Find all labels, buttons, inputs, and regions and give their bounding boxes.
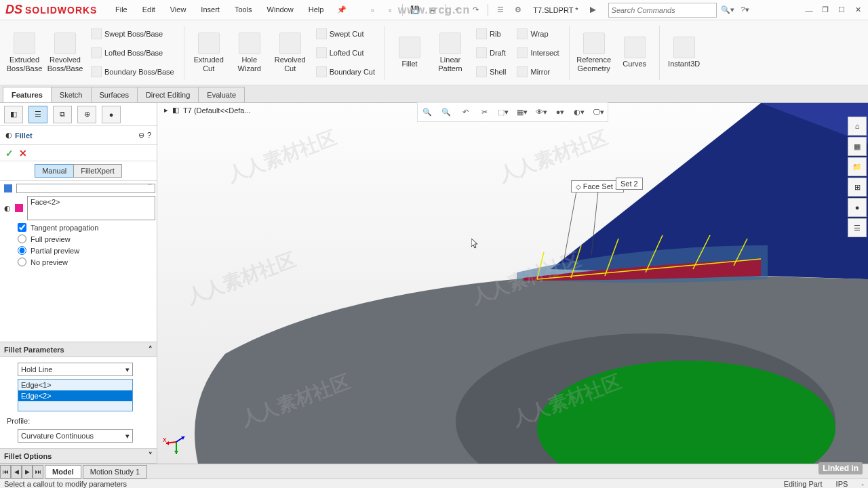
swept-boss-button[interactable]: Swept Boss/Base bbox=[87, 25, 178, 43]
scroll-up-icon[interactable]: ⌃ bbox=[147, 182, 153, 190]
dimxpert-tab-icon[interactable]: ⊕ bbox=[77, 106, 96, 123]
axis-triad[interactable]: x bbox=[163, 428, 190, 455]
close-icon[interactable]: ✕ bbox=[850, 3, 865, 18]
reference-geometry-button[interactable]: Reference Geometry bbox=[575, 26, 613, 80]
view-palette-icon[interactable]: ⊞ bbox=[848, 178, 867, 197]
graphics-viewport[interactable]: ▸ ◧ T7 (Default<<Defa... 🔍 🔍 ↶ ✂ ⬚▾ ▦▾ 👁… bbox=[157, 103, 868, 464]
edge-item-selected[interactable]: Edge<2> bbox=[18, 390, 132, 401]
menu-insert[interactable]: Insert bbox=[194, 3, 226, 17]
curves-button[interactable]: Curves bbox=[616, 26, 654, 80]
search-input[interactable] bbox=[609, 6, 716, 14]
method-dropdown[interactable]: Hold Line▾ bbox=[18, 363, 133, 376]
profile-dropdown[interactable]: Curvature Continuous▾ bbox=[18, 429, 133, 443]
open-doc-icon[interactable]: ▫ bbox=[383, 3, 397, 17]
face-set1-input[interactable] bbox=[16, 184, 155, 193]
partial-preview-radio[interactable] bbox=[18, 246, 26, 255]
pin-icon[interactable]: 📌 bbox=[332, 3, 352, 17]
last-tab-icon[interactable]: ⏭ bbox=[33, 465, 43, 479]
menu-window[interactable]: Window bbox=[260, 3, 300, 17]
shell-button[interactable]: Shell bbox=[472, 63, 510, 81]
prev-tab-icon[interactable]: ◀ bbox=[11, 465, 22, 479]
revolved-boss-button[interactable]: Revolved Boss/Base bbox=[46, 26, 84, 80]
menu-help[interactable]: Help bbox=[302, 3, 331, 17]
fillet-button[interactable]: Fillet bbox=[391, 26, 429, 80]
tangent-propagation-checkbox[interactable] bbox=[18, 223, 26, 232]
configuration-tab-icon[interactable]: ⧉ bbox=[53, 106, 72, 123]
settings-gear-icon[interactable]: ⚙ bbox=[511, 3, 525, 17]
face-selection-input[interactable]: Face<2> bbox=[27, 196, 155, 220]
tab-direct-editing[interactable]: Direct Editing bbox=[137, 87, 199, 102]
menu-edit[interactable]: Edit bbox=[136, 3, 162, 17]
motion-study-tab[interactable]: Motion Study 1 bbox=[83, 465, 147, 479]
hole-wizard-button[interactable]: Hole Wizard bbox=[231, 26, 269, 80]
new-doc-icon[interactable]: ▫ bbox=[366, 3, 379, 17]
ok-button[interactable]: ✓ bbox=[5, 148, 14, 159]
menu-view[interactable]: View bbox=[163, 3, 193, 17]
tangent-propagation-row[interactable]: Tangent propagation bbox=[4, 223, 155, 232]
tab-sketch[interactable]: Sketch bbox=[51, 87, 92, 102]
no-preview-radio[interactable] bbox=[18, 258, 26, 266]
boundary-cut-button[interactable]: Boundary Cut bbox=[312, 63, 379, 81]
appearance-tab-icon[interactable]: ● bbox=[102, 106, 121, 123]
swept-cut-button[interactable]: Swept Cut bbox=[312, 25, 379, 43]
undo-icon[interactable]: ↶ bbox=[451, 3, 465, 17]
panel-tab-strip: ◧ ☰ ⧉ ⊕ ● bbox=[0, 103, 157, 126]
model-tab[interactable]: Model bbox=[45, 465, 81, 479]
draft-button[interactable]: Draft bbox=[472, 44, 510, 62]
help-pin-icon[interactable]: ⊖ bbox=[138, 131, 144, 140]
status-units[interactable]: IPS bbox=[836, 480, 848, 488]
intersect-button[interactable]: Intersect bbox=[513, 44, 563, 62]
help-icon[interactable]: ?▾ bbox=[738, 3, 752, 17]
lofted-boss-button[interactable]: Lofted Boss/Base bbox=[87, 44, 178, 62]
property-manager-tab-icon[interactable]: ☰ bbox=[28, 106, 47, 123]
edge-item-empty[interactable] bbox=[18, 401, 132, 411]
feature-tree-tab-icon[interactable]: ◧ bbox=[4, 106, 23, 123]
next-tab-icon[interactable]: ▶ bbox=[22, 465, 33, 479]
document-name: T7.SLDPRT * bbox=[529, 6, 582, 14]
minimize-icon[interactable]: — bbox=[802, 3, 816, 18]
wrap-button[interactable]: Wrap bbox=[513, 25, 563, 43]
resources-icon[interactable]: ▦ bbox=[848, 137, 867, 156]
instant3d-button[interactable]: Instant3D bbox=[665, 26, 703, 80]
maximize-icon[interactable]: ☐ bbox=[834, 3, 849, 18]
save-icon[interactable]: 💾 bbox=[408, 3, 422, 17]
rib-button[interactable]: Rib bbox=[472, 25, 510, 43]
search-commands-box[interactable] bbox=[608, 3, 717, 18]
partial-preview-row[interactable]: Partial preview bbox=[4, 246, 155, 255]
no-preview-row[interactable]: No preview bbox=[4, 258, 155, 266]
edge-list[interactable]: Edge<1> Edge<2> bbox=[18, 379, 133, 411]
restore-icon[interactable]: ❐ bbox=[818, 3, 833, 18]
tab-surfaces[interactable]: Surfaces bbox=[91, 87, 138, 102]
callout-face-set-2[interactable]: Set 2 bbox=[616, 178, 643, 190]
print-icon[interactable]: 🖨 bbox=[426, 3, 439, 17]
manual-tab[interactable]: Manual bbox=[35, 164, 73, 178]
redo-icon[interactable]: ↷ bbox=[469, 3, 482, 17]
fillet-options-header[interactable]: Fillet Options˅ bbox=[0, 448, 157, 464]
full-preview-row[interactable]: Full preview bbox=[4, 235, 155, 243]
linear-pattern-button[interactable]: Linear Pattern bbox=[431, 26, 469, 80]
tab-evaluate[interactable]: Evaluate bbox=[198, 87, 245, 102]
cancel-button[interactable]: ✕ bbox=[19, 148, 27, 159]
extruded-boss-button[interactable]: Extruded Boss/Base bbox=[5, 26, 43, 80]
help-icon[interactable]: ? bbox=[147, 131, 151, 140]
full-preview-radio[interactable] bbox=[18, 235, 26, 243]
edge-item[interactable]: Edge<1> bbox=[18, 380, 132, 390]
home-icon[interactable]: ⌂ bbox=[848, 117, 867, 136]
options-icon[interactable]: ☰ bbox=[494, 3, 507, 17]
appearances-icon[interactable]: ● bbox=[848, 198, 867, 217]
first-tab-icon[interactable]: ⏮ bbox=[0, 465, 11, 479]
lofted-cut-button[interactable]: Lofted Cut bbox=[312, 44, 379, 62]
tab-features[interactable]: Features bbox=[3, 87, 52, 102]
boundary-boss-button[interactable]: Boundary Boss/Base bbox=[87, 63, 178, 81]
revolved-cut-button[interactable]: Revolved Cut bbox=[271, 26, 309, 80]
menu-tools[interactable]: Tools bbox=[228, 3, 259, 17]
fillet-parameters-header[interactable]: Fillet Parameters˄ bbox=[0, 342, 157, 357]
extruded-cut-button[interactable]: Extruded Cut bbox=[190, 26, 228, 80]
filletxpert-tab[interactable]: FilletXpert bbox=[73, 164, 122, 178]
menu-file[interactable]: File bbox=[108, 3, 134, 17]
mirror-button[interactable]: Mirror bbox=[513, 63, 563, 81]
library-icon[interactable]: 📁 bbox=[848, 157, 867, 176]
search-toggle-icon[interactable]: ⯈ bbox=[587, 3, 600, 17]
custom-props-icon[interactable]: ☰ bbox=[848, 218, 867, 237]
search-icon[interactable]: 🔍▾ bbox=[721, 3, 734, 17]
